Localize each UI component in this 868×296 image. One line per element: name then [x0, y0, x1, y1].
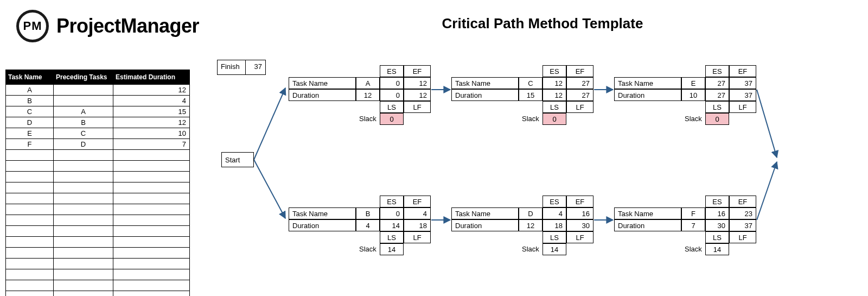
ls-value: 12 — [542, 89, 566, 101]
node-a: ES EF Task Name A 0 12 Duration 12 0 12 … — [289, 65, 431, 125]
logo-icon: PM — [16, 10, 49, 42]
es-header: ES — [542, 65, 566, 77]
table-row: B4 — [6, 96, 190, 106]
lf-value: 27 — [566, 89, 593, 101]
duration-value: 10 — [681, 89, 705, 101]
es-header: ES — [380, 196, 404, 207]
duration-value: 12 — [356, 89, 380, 101]
es-value: 12 — [542, 77, 566, 89]
slack-label: Slack — [681, 113, 705, 125]
brand-name: ProjectManager — [56, 15, 199, 37]
lf-value: 30 — [566, 219, 593, 231]
table-row — [6, 172, 190, 182]
task-table: Task Name Preceding Tasks Estimated Dura… — [5, 70, 190, 296]
slack-value: 0 — [380, 113, 404, 125]
finish-box: Finish 37 — [217, 60, 266, 75]
table-row — [6, 259, 190, 269]
table-row — [6, 150, 190, 161]
lf-value: 37 — [729, 219, 756, 231]
ls-value: 30 — [705, 219, 729, 231]
ls-header: LS — [380, 101, 404, 113]
ls-value: 27 — [705, 89, 729, 101]
task-code: C — [519, 77, 542, 89]
lf-header: LF — [404, 101, 431, 113]
slack-value: 0 — [542, 113, 566, 125]
node-c: ES EF Task Name C 12 27 Duration 15 12 2… — [451, 65, 593, 125]
start-box: Start — [221, 152, 254, 167]
es-value: 0 — [380, 207, 404, 219]
table-row — [6, 193, 190, 204]
ls-header: LS — [542, 231, 566, 243]
table-row — [6, 215, 190, 226]
duration-value: 15 — [519, 89, 542, 101]
lf-value: 37 — [729, 89, 756, 101]
es-header: ES — [705, 65, 729, 77]
es-header: ES — [542, 196, 566, 207]
task-name-label: Task Name — [289, 77, 356, 89]
slack-label: Slack — [519, 113, 542, 125]
ef-value: 4 — [404, 207, 431, 219]
table-row: DB12 — [6, 117, 190, 128]
task-code: A — [356, 77, 380, 89]
duration-label: Duration — [614, 219, 681, 231]
duration-value: 4 — [356, 219, 380, 231]
lf-header: LF — [566, 101, 593, 113]
slack-value: 14 — [542, 243, 566, 255]
table-row: FD7 — [6, 139, 190, 150]
ef-header: EF — [404, 196, 431, 207]
th-pred: Preceding Tasks — [54, 70, 113, 85]
th-task: Task Name — [6, 70, 54, 85]
th-dur: Estimated Duration — [113, 70, 190, 85]
es-value: 16 — [705, 207, 729, 219]
es-value: 27 — [705, 77, 729, 89]
duration-label: Duration — [289, 89, 356, 101]
es-header: ES — [380, 65, 404, 77]
table-row — [6, 182, 190, 193]
header: PM ProjectManager — [16, 10, 199, 42]
task-name-label: Task Name — [451, 77, 519, 89]
task-code: B — [356, 207, 380, 219]
cpm-diagram: Start ES EF Task Name A 0 12 Duration 12… — [217, 60, 857, 288]
duration-value: 12 — [519, 219, 542, 231]
table-row — [6, 269, 190, 280]
ef-header: EF — [729, 65, 756, 77]
slack-value: 14 — [380, 243, 404, 255]
table-row — [6, 248, 190, 259]
node-d: ES EF Task Name D 4 16 Duration 12 18 30… — [451, 196, 593, 255]
node-f: ES EF Task Name F 16 23 Duration 7 30 37… — [614, 196, 756, 255]
duration-label: Duration — [289, 219, 356, 231]
table-row — [6, 291, 190, 297]
task-code: D — [519, 207, 542, 219]
table-row — [6, 226, 190, 237]
ef-value: 27 — [566, 77, 593, 89]
table-row — [6, 280, 190, 291]
slack-value: 0 — [705, 113, 729, 125]
es-value: 0 — [380, 77, 404, 89]
ls-value: 14 — [380, 219, 404, 231]
lf-header: LF — [729, 231, 756, 243]
node-e: ES EF Task Name E 27 37 Duration 10 27 3… — [614, 65, 756, 125]
table-row: A12 — [6, 85, 190, 96]
lf-header: LF — [404, 231, 431, 243]
ls-header: LS — [705, 231, 729, 243]
table-row: CA15 — [6, 106, 190, 117]
es-header: ES — [705, 196, 729, 207]
ls-header: LS — [380, 231, 404, 243]
ls-value: 18 — [542, 219, 566, 231]
start-label: Start — [225, 156, 240, 164]
ls-header: LS — [542, 101, 566, 113]
table-row — [6, 161, 190, 172]
duration-value: 7 — [681, 219, 705, 231]
ef-value: 12 — [404, 77, 431, 89]
slack-label: Slack — [681, 243, 705, 255]
node-b: ES EF Task Name B 0 4 Duration 4 14 18 L… — [289, 196, 431, 255]
ef-value: 16 — [566, 207, 593, 219]
slack-label: Slack — [356, 113, 380, 125]
duration-label: Duration — [451, 219, 519, 231]
finish-label: Finish — [218, 60, 246, 74]
task-name-label: Task Name — [614, 207, 681, 219]
ef-value: 23 — [729, 207, 756, 219]
ef-header: EF — [566, 65, 593, 77]
lf-header: LF — [566, 231, 593, 243]
table-row — [6, 204, 190, 215]
